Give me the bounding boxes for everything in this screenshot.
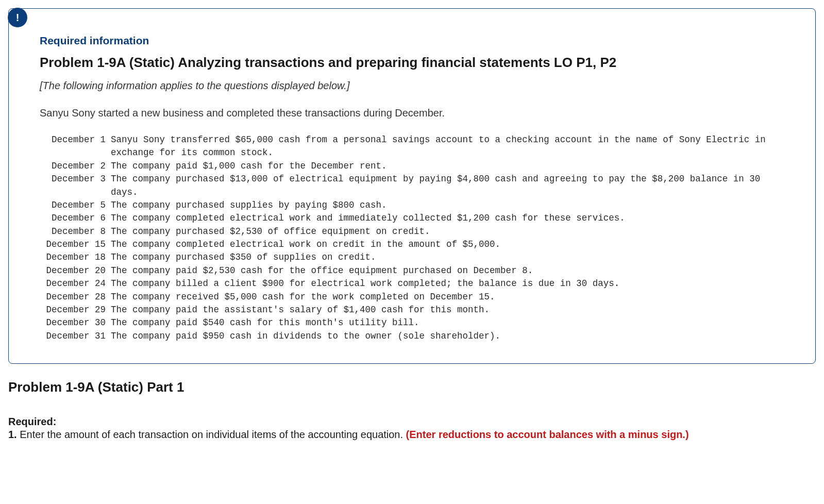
transaction-date: December 24	[40, 277, 111, 290]
transaction-row: December 29The company paid the assistan…	[40, 304, 784, 316]
transaction-date: December 31	[40, 330, 111, 343]
transaction-desc: The company purchased $13,000 of electri…	[111, 173, 784, 199]
transaction-desc: The company purchased $350 of supplies o…	[111, 251, 784, 264]
transaction-desc: The company purchased supplies by paying…	[111, 199, 784, 212]
transaction-row: December 20The company paid $2,530 cash …	[40, 264, 784, 277]
transaction-desc: The company received $5,000 cash for the…	[111, 291, 784, 304]
transaction-row: December 6The company completed electric…	[40, 212, 784, 225]
transaction-row: December 31The company paid $950 cash in…	[40, 330, 784, 343]
transaction-desc: The company completed electrical work on…	[111, 238, 784, 251]
transaction-desc: The company paid $2,530 cash for the off…	[111, 264, 784, 277]
transaction-date: December 28	[40, 291, 111, 304]
item-emphasis: (Enter reductions to account balances wi…	[406, 429, 689, 440]
transaction-date: December 20	[40, 264, 111, 277]
alert-icon: !	[8, 8, 27, 27]
transaction-row: December 28The company received $5,000 c…	[40, 291, 784, 304]
transaction-date: December 5	[40, 199, 111, 212]
transaction-date: December 8	[40, 225, 111, 238]
alert-icon-glyph: !	[16, 12, 20, 24]
required-item: 1. Enter the amount of each transaction …	[8, 428, 816, 442]
required-label: Required:	[8, 416, 816, 428]
transaction-desc: Sanyu Sony transferred $65,000 cash from…	[111, 133, 784, 160]
transaction-row: December 8The company purchased $2,530 o…	[40, 225, 784, 238]
transaction-date: December 3	[40, 173, 111, 199]
item-number: 1.	[8, 429, 17, 440]
item-text: Enter the amount of each transaction on …	[17, 429, 406, 440]
part-title: Problem 1-9A (Static) Part 1	[8, 379, 816, 395]
transaction-desc: The company paid $1,000 cash for the Dec…	[111, 160, 784, 173]
transaction-desc: The company completed electrical work an…	[111, 212, 784, 225]
required-section: Required: 1. Enter the amount of each tr…	[8, 416, 816, 442]
transaction-date: December 1	[40, 133, 111, 160]
transaction-desc: The company paid $950 cash in dividends …	[111, 330, 784, 343]
transaction-date: December 29	[40, 304, 111, 316]
transaction-row: December 18The company purchased $350 of…	[40, 251, 784, 264]
transaction-desc: The company purchased $2,530 of office e…	[111, 225, 784, 238]
transaction-desc: The company billed a client $900 for ele…	[111, 277, 784, 290]
transaction-row: December 2The company paid $1,000 cash f…	[40, 160, 784, 173]
transactions-table: December 1Sanyu Sony transferred $65,000…	[40, 133, 784, 343]
lead-text: Sanyu Sony started a new business and co…	[40, 107, 784, 119]
problem-title: Problem 1-9A (Static) Analyzing transact…	[40, 55, 784, 71]
applies-note: [The following information applies to th…	[40, 80, 784, 92]
transaction-row: December 3The company purchased $13,000 …	[40, 173, 784, 199]
transaction-date: December 2	[40, 160, 111, 173]
transaction-desc: The company paid $540 cash for this mont…	[111, 316, 784, 329]
transaction-date: December 18	[40, 251, 111, 264]
transaction-row: December 30The company paid $540 cash fo…	[40, 316, 784, 329]
transaction-row: December 1Sanyu Sony transferred $65,000…	[40, 133, 784, 160]
required-information-box: ! Required information Problem 1-9A (Sta…	[8, 8, 816, 364]
transaction-row: December 15The company completed electri…	[40, 238, 784, 251]
transaction-desc: The company paid the assistant's salary …	[111, 304, 784, 316]
transaction-date: December 15	[40, 238, 111, 251]
transaction-date: December 30	[40, 316, 111, 329]
transaction-row: December 24The company billed a client $…	[40, 277, 784, 290]
transaction-row: December 5The company purchased supplies…	[40, 199, 784, 212]
transaction-date: December 6	[40, 212, 111, 225]
required-information-label: Required information	[40, 35, 784, 47]
